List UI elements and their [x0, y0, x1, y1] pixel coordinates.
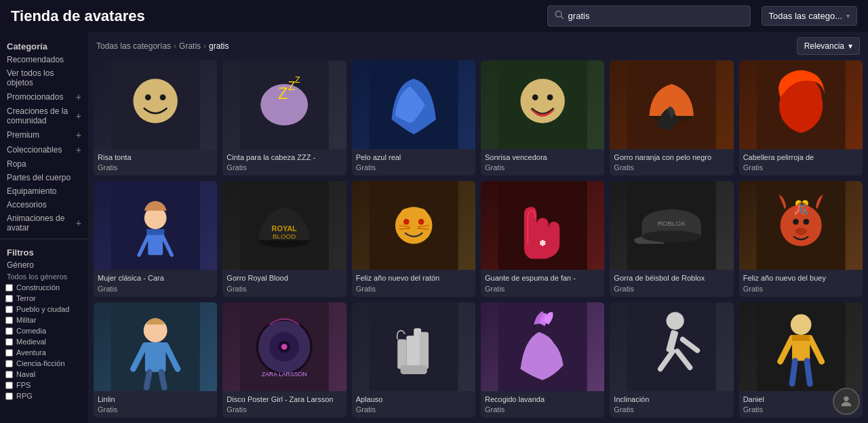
item-name-gorra-beisbol: Gorra de béisbol de Roblox: [614, 273, 729, 283]
item-name-pelo-azul: Pelo azul real: [356, 153, 471, 162]
svg-point-79: [791, 314, 812, 335]
svg-line-56: [146, 371, 149, 387]
filter-pueblo[interactable]: Pueblo y ciudad: [0, 304, 88, 315]
sidebar-item-todos[interactable]: Ver todos los objetos: [0, 66, 88, 89]
item-card-pelo-azul[interactable]: Pelo azul realGratis: [352, 60, 475, 176]
sidebar-item-comunidad[interactable]: Creaciones de la comunidad +: [0, 104, 88, 127]
item-name-cinta-cabeza: Cinta para la cabeza ZZZ -: [226, 153, 342, 162]
category-dropdown[interactable]: Todas las catego... ▾: [762, 6, 857, 26]
item-name-feliz-raton: Feliz año nuevo del ratón: [356, 273, 471, 283]
item-name-linlin: Linlin: [98, 395, 213, 404]
item-price-risa-tonta: Gratis: [98, 163, 213, 172]
user-avatar-button[interactable]: [833, 388, 860, 415]
item-card-gorra-beisbol[interactable]: ROBLOX Gorra de béisbol de RobloxGratis: [610, 181, 733, 296]
breadcrumb: Todas las categorías › Gratis › gratis: [96, 41, 229, 51]
content-header: Todas las categorías › Gratis › gratis R…: [94, 32, 863, 60]
item-name-aplauso: Aplauso: [356, 395, 471, 404]
svg-text:🎊: 🎊: [793, 199, 810, 216]
filter-comedia[interactable]: Comedia: [0, 325, 88, 336]
item-card-sonrisa-vencedora[interactable]: Sonrisa vencedoraGratis: [481, 60, 604, 176]
item-price-linlin: Gratis: [98, 405, 213, 414]
filter-construccion[interactable]: Construcción: [0, 282, 88, 293]
item-card-linlin[interactable]: LinlinGratis: [94, 302, 217, 418]
svg-point-3: [133, 79, 178, 123]
sidebar: Categoría Recomendados Ver todos los obj…: [0, 32, 88, 423]
item-card-feliz-raton[interactable]: Feliz año nuevo del ratónGratis: [352, 181, 475, 296]
item-name-gorro-royal: Gorro Royal Blood: [226, 273, 342, 283]
plus-icon: +: [76, 144, 81, 155]
item-price-sonrisa-vencedora: Gratis: [485, 163, 600, 172]
item-card-guante-espuma[interactable]: ❄ Guante de espuma de fan -Gratis: [481, 181, 604, 296]
breadcrumb-gratis-link[interactable]: Gratis: [179, 41, 201, 51]
item-name-risa-tonta: Risa tonta: [98, 153, 213, 162]
svg-point-86: [844, 397, 848, 401]
svg-rect-69: [420, 331, 429, 369]
item-price-disco-poster: Gratis: [226, 405, 342, 414]
filter-fps[interactable]: FPS: [0, 380, 88, 390]
item-name-feliz-buey: Feliz año nuevo del buey: [743, 273, 859, 283]
item-card-feliz-buey[interactable]: 🎊 Feliz año nuevo del bueyGratis: [739, 181, 863, 296]
item-price-inclinacion: Gratis: [614, 405, 729, 414]
sidebar-item-animaciones[interactable]: Animaciones de avatar +: [0, 212, 88, 235]
item-price-feliz-buey: Gratis: [743, 285, 859, 293]
item-card-mujer-clasica[interactable]: Mujer clásica - CaraGratis: [94, 181, 217, 296]
sidebar-item-coleccionables[interactable]: Coleccionables +: [0, 142, 88, 157]
sidebar-item-equipamiento[interactable]: Equipamiento: [0, 184, 88, 198]
item-price-mujer-clasica: Gratis: [98, 285, 213, 293]
plus-icon: +: [76, 92, 81, 102]
sidebar-item-promocionados[interactable]: Promocionados +: [0, 89, 88, 104]
item-card-aplauso[interactable]: AplausoGratis: [352, 302, 475, 418]
item-image-inclinacion: [610, 302, 733, 391]
category-dropdown-label: Todas las catego...: [769, 11, 842, 21]
svg-line-39: [417, 228, 428, 229]
sidebar-item-partes[interactable]: Partes del cuerpo: [0, 171, 88, 184]
item-card-cabellera-pelirroja[interactable]: Cabellera pelirroja deGratis: [739, 60, 863, 176]
item-price-gorro-royal: Gratis: [226, 285, 342, 293]
svg-point-33: [415, 209, 427, 220]
svg-point-43: [642, 230, 701, 242]
genero-subtitle: Género: [0, 259, 88, 271]
filter-ciencia[interactable]: Ciencia-ficción: [0, 358, 88, 369]
item-card-disco-poster[interactable]: ZARA LARSSON Disco Poster Girl - Zara La…: [222, 302, 346, 418]
todos-generos: Todos los géneros: [0, 271, 88, 282]
item-card-cinta-cabeza[interactable]: Z Z Z Cinta para la cabeza ZZZ -Gratis: [222, 60, 346, 176]
svg-rect-85: [792, 335, 810, 341]
item-name-guante-espuma: Guante de espuma de fan -: [485, 273, 600, 283]
svg-line-84: [807, 361, 810, 384]
filter-militar[interactable]: Militar: [0, 315, 88, 325]
sort-label: Relevancia: [804, 41, 844, 51]
svg-point-73: [667, 312, 684, 329]
item-name-inclinacion: Inclinación: [614, 395, 729, 404]
sidebar-section-title: Categoría: [0, 37, 88, 53]
item-card-gorro-naranja[interactable]: Gorro naranja con pelo negroGratis: [610, 60, 733, 176]
item-image-feliz-buey: 🎊: [739, 181, 863, 270]
item-image-cinta-cabeza: Z Z Z: [222, 60, 346, 149]
search-input[interactable]: [568, 11, 743, 21]
sidebar-item-accesorios[interactable]: Accesorios: [0, 198, 88, 212]
sort-dropdown[interactable]: Relevancia ▾: [797, 37, 860, 55]
sidebar-item-recomendados[interactable]: Recomendados: [0, 53, 88, 66]
breadcrumb-sep-2: ›: [203, 41, 206, 51]
item-card-lavanda[interactable]: Recogido lavandaGratis: [481, 302, 604, 418]
item-image-daniel: [739, 302, 863, 391]
plus-icon: +: [76, 110, 81, 121]
svg-point-49: [795, 228, 806, 235]
filter-terror[interactable]: Terror: [0, 293, 88, 304]
svg-point-4: [145, 94, 151, 100]
sidebar-item-ropa[interactable]: Ropa: [0, 157, 88, 171]
breadcrumb-all-categories[interactable]: Todas las categorías: [96, 41, 171, 51]
item-card-gorro-royal[interactable]: ROYAL BLOOD Gorro Royal BloodGratis: [222, 181, 346, 296]
filter-naval[interactable]: Naval: [0, 369, 88, 380]
sidebar-item-premium[interactable]: Premium +: [0, 127, 88, 142]
item-card-risa-tonta[interactable]: Risa tontaGratis: [94, 60, 217, 176]
item-name-lavanda: Recogido lavanda: [485, 395, 600, 404]
sidebar-divider: [0, 239, 88, 239]
filter-aventura[interactable]: Aventura: [0, 347, 88, 358]
svg-rect-53: [145, 342, 166, 372]
svg-point-63: [281, 344, 288, 350]
filter-rpg[interactable]: RPG: [0, 390, 88, 401]
item-price-guante-espuma: Gratis: [485, 285, 600, 293]
item-card-inclinacion[interactable]: InclinaciónGratis: [610, 302, 733, 418]
header: Tienda de avatares Todas las catego... ▾: [0, 0, 868, 32]
filter-medieval[interactable]: Medieval: [0, 336, 88, 347]
